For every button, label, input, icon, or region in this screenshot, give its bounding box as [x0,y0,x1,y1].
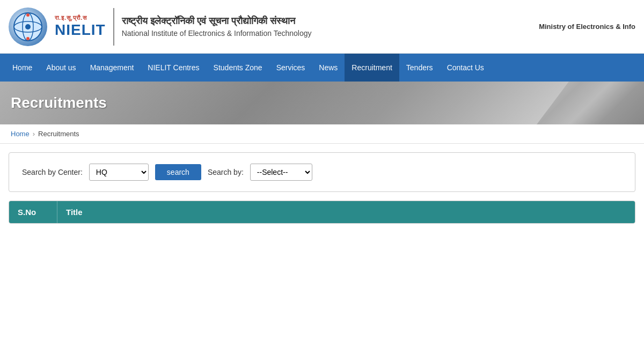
center-select[interactable]: HQ All Delhi Mumbai Chennai [89,164,149,181]
logo-text: रा.इ.सू.प्रौ.स NIELIT [55,14,106,39]
nielit-logo [9,8,47,46]
table-header-row: S.No Title [9,201,635,223]
logo-hindi-text: रा.इ.सू.प्रौ.स [55,14,106,21]
col-header-sno: S.No [9,201,57,223]
logo-area: रा.इ.सू.प्रौ.स NIELIT [9,8,106,46]
logo-nielit-name: NIELIT [55,21,106,39]
org-english-text: National Institute of Electronics & Info… [122,29,312,38]
results-table: S.No Title [9,201,635,224]
page-banner: Recruitments [0,82,644,124]
search-button[interactable]: search [155,164,201,180]
search-center-label: Search by Center: [22,168,83,176]
main-navbar: Home About us Management NIELIT Centres … [0,54,644,82]
breadcrumb-separator: › [33,130,35,138]
nav-tenders[interactable]: Tenders [399,54,440,82]
header-divider [113,8,114,46]
col-header-title: Title [57,201,635,223]
ministry-text: Ministry of Electronics & Info [539,23,635,31]
search-section: Search by Center: HQ All Delhi Mumbai Ch… [9,152,635,192]
nav-news[interactable]: News [312,54,345,82]
nav-services[interactable]: Services [269,54,312,82]
breadcrumb-home[interactable]: Home [11,130,30,138]
nav-recruitment[interactable]: Recruitment [345,54,399,82]
banner-title: Recruitments [11,94,107,112]
search-by-select[interactable]: --Select-- Title Date Category [250,164,312,181]
site-header: रा.इ.सू.प्रौ.स NIELIT राष्ट्रीय इलेक्ट्र… [0,0,644,54]
nav-home[interactable]: Home [5,54,39,82]
search-by-label: Search by: [208,168,244,176]
breadcrumb-current: Recruitments [38,130,79,138]
svg-point-3 [25,24,31,29]
org-hindi-text: राष्ट्रीय इलेक्ट्रॉनिकी एवं सूचना प्रौद्… [122,16,312,27]
breadcrumb: Home › Recruitments [0,124,644,144]
svg-point-5 [26,37,30,40]
nav-about-us[interactable]: About us [39,54,83,82]
nav-nielit-centres[interactable]: NIELIT Centres [141,54,206,82]
nav-students-zone[interactable]: Students Zone [207,54,269,82]
nav-management[interactable]: Management [83,54,141,82]
svg-point-4 [26,13,30,17]
nav-contact-us[interactable]: Contact Us [440,54,491,82]
org-text-block: राष्ट्रीय इलेक्ट्रॉनिकी एवं सूचना प्रौद्… [122,16,312,38]
